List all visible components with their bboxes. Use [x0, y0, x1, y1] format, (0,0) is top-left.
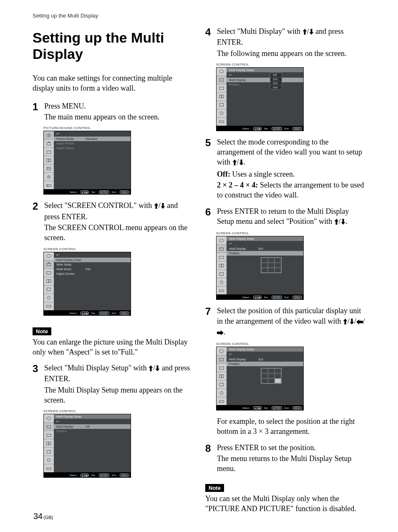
svg-rect-35 [222, 95, 224, 98]
note-badge: Note [33, 327, 51, 335]
dropdown-option: 3x3 [270, 81, 282, 86]
step-number: 6 [205, 207, 217, 217]
arrow-down-icon [161, 201, 165, 211]
osd-row: Wide Setup [54, 262, 131, 267]
svg-rect-16 [48, 263, 50, 263]
arrow-down-icon [309, 27, 314, 37]
osd-tab-icon [44, 448, 54, 456]
osd-position-grid [227, 256, 303, 273]
osd-tab-icon [44, 286, 54, 294]
osd-row: Position [227, 362, 303, 366]
svg-rect-52 [220, 383, 224, 386]
svg-point-39 [219, 239, 224, 242]
step-number: 3 [33, 364, 44, 374]
osd-tab-icon [44, 181, 54, 189]
svg-rect-36 [220, 104, 224, 106]
osd-tab-icon [217, 84, 227, 93]
step-number: 7 [205, 307, 217, 317]
osd-dropdown: Off 2x2 3x3 4x4 [270, 73, 282, 90]
step-number: 8 [205, 443, 217, 453]
osd-tab-icon [44, 148, 54, 156]
svg-point-53 [220, 391, 223, 394]
svg-rect-49 [219, 367, 224, 369]
step-2: 2 Select "SCREEN CONTROL" with / and pre… [33, 200, 193, 243]
osd-tab-icon [217, 68, 227, 76]
svg-rect-34 [219, 95, 222, 98]
svg-rect-28 [47, 450, 51, 453]
svg-point-29 [48, 459, 50, 461]
osd-back-row [227, 352, 303, 357]
osd-tab-icon [217, 118, 227, 126]
osd-tab-icon [44, 252, 54, 261]
arrow-up-icon [154, 201, 159, 211]
step-6: 6 Press ENTER to return to the Multi Dis… [205, 206, 365, 228]
osd-mds-position-selected: SCREEN CONTROL Multi Display Setup [216, 342, 304, 410]
osd-back-row [227, 72, 303, 78]
svg-point-21 [48, 296, 50, 299]
osd-header: Multi Display Setup [227, 347, 303, 352]
svg-rect-50 [219, 375, 222, 377]
osd-footer: Select :▲▼◀▶ Set :ENTER Exit :MENU [216, 405, 304, 410]
dropdown-option: 4x4 [270, 86, 282, 89]
note-badge: Note [205, 484, 224, 492]
osd-footer: Select :▲▼◀▶ Set :ENTER Exit :MENU [43, 311, 131, 316]
svg-point-14 [47, 255, 51, 258]
svg-rect-25 [47, 434, 51, 436]
svg-rect-44 [220, 272, 224, 275]
osd-row: Position [227, 82, 303, 87]
step-text: Select "Multi Display Setup" with [44, 364, 149, 372]
osd-tab-icon [44, 431, 54, 439]
svg-point-13 [48, 185, 48, 186]
arrow-left-icon [356, 317, 363, 327]
step-text: Select the position of this particular d… [217, 307, 361, 325]
arrow-down-icon [239, 158, 244, 168]
arrow-down-icon [155, 364, 160, 374]
svg-point-31 [219, 70, 224, 73]
step-after: The following menu appears on the screen… [217, 48, 365, 58]
step-number: 2 [33, 201, 44, 211]
step-text: . [244, 158, 246, 166]
svg-point-45 [220, 281, 223, 284]
osd-footer: Select :▲▼◀▶ Set :ENTER Exit :MENU [43, 190, 131, 195]
osd-tab-icon [44, 261, 54, 269]
step-text: Select "Multi Display" with [217, 27, 302, 35]
dropdown-option: Off [270, 73, 282, 77]
osd-tab-icon [44, 131, 54, 139]
osd-tab-icon [217, 270, 227, 278]
arrow-up-icon [334, 217, 339, 227]
osd-back-row [54, 419, 131, 424]
svg-rect-5 [47, 159, 49, 162]
svg-rect-33 [219, 87, 224, 90]
arrow-down-icon [341, 217, 345, 227]
step-text: Press MENU. [44, 102, 86, 110]
osd-tab-icon [217, 347, 227, 355]
osd-tab-icon [217, 397, 227, 405]
osd-tab-icon [217, 245, 227, 253]
step-after: The Multi Display Setup menu appears on … [44, 385, 193, 405]
osd-tab-icon [44, 302, 54, 310]
svg-rect-20 [47, 288, 51, 291]
osd-tab-icon [44, 165, 54, 173]
step-text: . [345, 217, 348, 225]
svg-rect-51 [222, 375, 224, 377]
svg-rect-41 [219, 256, 224, 258]
svg-point-47 [219, 350, 224, 352]
osd-footer: Select :▲▼◀▶ Set :ENTER Exit :MENU [216, 126, 304, 131]
osd-tab-icon [217, 364, 227, 372]
osd-tab-icon [217, 278, 227, 286]
step-after: The menu returns to the Multi Display Se… [217, 453, 365, 474]
osd-title: SCREEN CONTROL [216, 63, 304, 66]
osd-title: SCREEN CONTROL [216, 342, 304, 346]
left-column: Setting up the Multi Display You can mak… [33, 26, 193, 519]
osd-tab-icon [44, 156, 54, 165]
step-number: 5 [205, 138, 217, 148]
osd-screen-control: SCREEN CONTROL Multi Display Setup [43, 247, 131, 316]
off-text: Uses a single screen. [230, 170, 295, 178]
osd-position-grid [227, 366, 303, 384]
svg-rect-15 [47, 263, 51, 266]
step-text: Select "SCREEN CONTROL" with [44, 201, 154, 210]
osd-row: Multi Display: [227, 78, 303, 82]
osd-footer: Select :▲▼◀▶ Set :ENTER Exit :MENU [43, 473, 131, 478]
osd-back-row [227, 241, 303, 246]
osd-row: Position [227, 251, 303, 256]
